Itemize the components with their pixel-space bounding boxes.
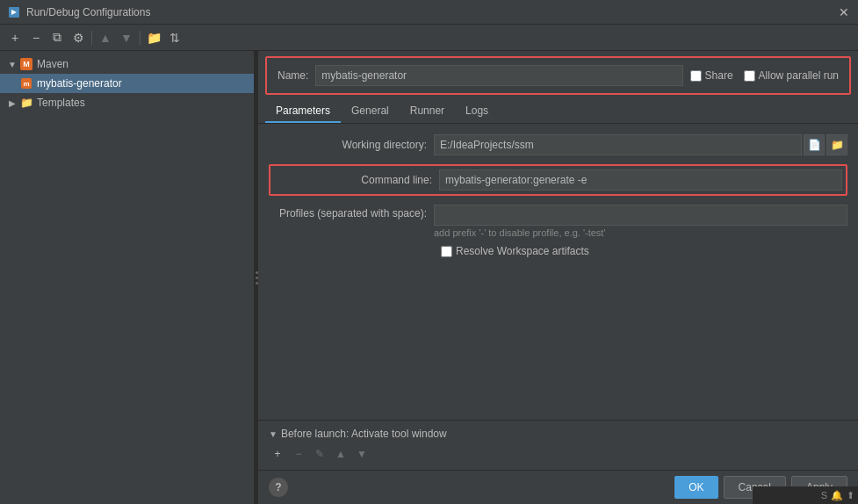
tab-general[interactable]: General (341, 100, 400, 123)
folder-button[interactable]: 📁 (144, 28, 163, 47)
share-area: Share Allow parallel run (690, 69, 839, 82)
right-panel: Name: Share Allow parallel run Parameter… (258, 51, 858, 504)
profiles-input[interactable] (434, 205, 847, 226)
allow-parallel-run-label[interactable]: Allow parallel run (744, 69, 839, 82)
sort-button[interactable]: ⇅ (165, 28, 184, 47)
taskbar-icon-1: S (821, 490, 827, 500)
toolbar: + − ⧉ ⚙ ▲ ▼ 📁 ⇅ (0, 25, 858, 51)
name-row: Name: Share Allow parallel run (265, 56, 851, 95)
resolve-workspace-text: Resolve Workspace artifacts (456, 245, 589, 257)
remove-config-button[interactable]: − (26, 28, 46, 47)
tree-item-templates[interactable]: ▶ 📁 Templates (0, 93, 254, 112)
name-input[interactable] (315, 65, 682, 86)
move-up-button[interactable]: ▲ (96, 28, 115, 47)
maven-icon: M (19, 57, 33, 71)
templates-expand-arrow: ▶ (5, 96, 19, 110)
before-launch-toolbar: + − ✎ ▲ ▼ (269, 445, 847, 463)
taskbar-icon-3: ⬆ (847, 490, 854, 501)
taskbar: S 🔔 ⬆ (753, 486, 858, 504)
tab-content-parameters: Working directory: 📄 📁 Command line: Pro… (258, 124, 858, 420)
share-checkbox[interactable] (690, 70, 702, 82)
before-launch-remove-btn[interactable]: − (290, 445, 307, 463)
before-launch-edit-btn[interactable]: ✎ (311, 445, 328, 463)
before-launch-header: ▼ Before launch: Activate tool window (269, 428, 847, 440)
profiles-input-area: add prefix '-' to disable profile, e.g. … (434, 205, 847, 238)
mybatis-generator-label: mybatis-generator (37, 77, 122, 90)
resolve-workspace-label[interactable]: Resolve Workspace artifacts (441, 245, 589, 257)
title-bar-title: Run/Debug Configurations (26, 6, 837, 18)
dialog: + − ⧉ ⚙ ▲ ▼ 📁 ⇅ ▼ M Maven m (0, 25, 858, 504)
add-config-button[interactable]: + (5, 28, 25, 47)
working-directory-input-group: 📄 📁 (434, 134, 847, 155)
taskbar-icon-2: 🔔 (831, 490, 843, 501)
share-checkbox-label[interactable]: Share (690, 69, 733, 82)
close-button[interactable]: ✕ (837, 5, 851, 19)
profiles-row: Profiles (separated with space): add pre… (269, 205, 847, 238)
move-down-button[interactable]: ▼ (117, 28, 136, 47)
name-label: Name: (278, 69, 308, 82)
working-directory-browse-btn[interactable]: 📄 (804, 134, 825, 155)
before-launch-arrow: ▼ (269, 429, 278, 439)
working-directory-row: Working directory: 📄 📁 (269, 134, 847, 155)
command-line-label: Command line: (274, 174, 432, 186)
tab-runner[interactable]: Runner (400, 100, 455, 123)
profiles-label: Profiles (separated with space): (269, 205, 427, 220)
allow-parallel-run-text: Allow parallel run (759, 69, 839, 82)
tab-logs[interactable]: Logs (455, 100, 499, 123)
toolbar-separator (91, 31, 92, 45)
command-line-input[interactable] (439, 169, 842, 191)
share-label: Share (705, 69, 733, 82)
tree-item-mybatis-generator[interactable]: m mybatis-generator (0, 74, 254, 93)
tab-parameters[interactable]: Parameters (265, 100, 341, 123)
copy-config-button[interactable]: ⧉ (47, 28, 67, 47)
tabs-bar: Parameters General Runner Logs (258, 100, 858, 124)
resolve-row: Resolve Workspace artifacts (269, 245, 847, 257)
working-directory-folder-btn[interactable]: 📁 (826, 134, 847, 155)
before-launch-add-btn[interactable]: + (269, 445, 286, 463)
maven-label: Maven (37, 58, 68, 70)
settings-button[interactable]: ⚙ (68, 28, 88, 47)
working-directory-label: Working directory: (269, 139, 427, 151)
body: ▼ M Maven m mybatis-generator ▶ 📁 Templa… (0, 51, 858, 504)
title-bar: Run/Debug Configurations ✕ (0, 0, 858, 25)
ok-button[interactable]: OK (674, 476, 717, 499)
bottom-left: ? (269, 478, 288, 497)
tree-item-maven[interactable]: ▼ M Maven (0, 54, 254, 74)
help-button[interactable]: ? (269, 478, 288, 497)
left-panel: ▼ M Maven m mybatis-generator ▶ 📁 Templa… (0, 51, 255, 504)
allow-parallel-run-checkbox[interactable] (744, 70, 755, 82)
command-line-row: Command line: (269, 164, 847, 196)
working-directory-input[interactable] (434, 134, 802, 155)
toolbar-separator-2 (140, 31, 141, 45)
resolve-workspace-checkbox[interactable] (441, 246, 452, 257)
maven-expand-arrow: ▼ (5, 57, 19, 71)
profiles-hint: add prefix '-' to disable profile, e.g. … (434, 227, 847, 238)
templates-label: Templates (37, 97, 85, 109)
before-launch-down-btn[interactable]: ▼ (353, 445, 371, 463)
title-bar-icon (7, 5, 21, 19)
before-launch-section: ▼ Before launch: Activate tool window + … (258, 420, 858, 470)
mybatis-generator-icon: m (19, 76, 33, 90)
before-launch-up-btn[interactable]: ▲ (332, 445, 350, 463)
templates-folder-icon: 📁 (19, 96, 33, 110)
before-launch-label: Before launch: Activate tool window (281, 428, 447, 440)
